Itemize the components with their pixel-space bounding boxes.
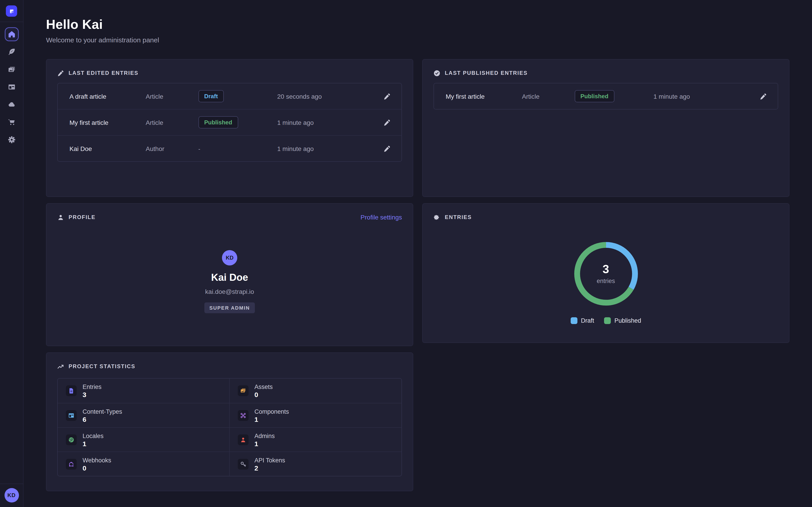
panel-title: LAST EDITED ENTRIES xyxy=(68,70,139,76)
sidebar: KD xyxy=(0,0,23,507)
sidebar-item-marketplace[interactable] xyxy=(5,115,18,129)
entry-time: 20 seconds ago xyxy=(277,93,377,100)
donut-total: 3 xyxy=(603,263,609,275)
stat-assets: Assets 0 xyxy=(230,379,402,403)
entry-type: Article xyxy=(522,93,574,100)
entry-type: Article xyxy=(146,119,198,126)
person-icon xyxy=(238,434,249,445)
profile-role-badge: SUPER ADMIN xyxy=(204,302,255,313)
stat-entries: Entries 3 xyxy=(58,379,230,403)
dashboard-grid: LAST EDITED ENTRIES A draft article Arti… xyxy=(46,59,790,491)
file-icon xyxy=(66,385,77,396)
stat-value: 0 xyxy=(254,391,273,398)
status-badge: Published xyxy=(574,90,614,102)
settings-gear-icon xyxy=(7,136,15,144)
trending-up-icon xyxy=(57,363,64,370)
puzzle-icon xyxy=(434,214,440,221)
content-manager-feather-icon xyxy=(7,48,15,56)
entry-time: 1 minute ago xyxy=(277,145,377,152)
edit-entry-button[interactable] xyxy=(382,117,393,128)
strapi-logo-icon xyxy=(8,8,15,14)
strapi-logo[interactable] xyxy=(6,5,17,17)
stat-value: 1 xyxy=(254,416,289,422)
stat-api-tokens: API Tokens 2 xyxy=(230,452,402,476)
stat-value: 6 xyxy=(83,416,122,422)
stat-value: 1 xyxy=(254,440,275,447)
chart-legend: Draft Published xyxy=(570,317,641,324)
stat-label: Components xyxy=(254,408,289,415)
edit-entry-button[interactable] xyxy=(758,91,769,102)
content-type-builder-icon xyxy=(7,83,15,91)
stat-value: 3 xyxy=(83,391,101,398)
entry-name: My first article xyxy=(69,119,146,126)
entries-donut-chart: 3 entries Draft Published xyxy=(434,221,778,324)
entry-time: 1 minute ago xyxy=(653,93,753,100)
stat-label: Entries xyxy=(83,384,101,390)
pencil-icon xyxy=(384,119,391,126)
panel-last-published-entries: LAST PUBLISHED ENTRIES My first article … xyxy=(422,59,790,197)
stat-webhooks: Webhooks 0 xyxy=(58,452,230,476)
sidebar-footer: KD xyxy=(0,484,23,507)
panel-header: LAST EDITED ENTRIES xyxy=(57,69,402,77)
sidebar-item-settings[interactable] xyxy=(5,133,18,147)
profile-settings-link[interactable]: Profile settings xyxy=(360,214,402,221)
panel-header: PROJECT STATISTICS xyxy=(57,362,402,371)
stat-label: Assets xyxy=(254,384,273,390)
images-icon xyxy=(238,385,249,396)
home-icon xyxy=(7,30,15,38)
stat-components: Components 1 xyxy=(230,403,402,427)
panel-last-edited-entries: LAST EDITED ENTRIES A draft article Arti… xyxy=(46,59,413,197)
sidebar-item-media-library[interactable] xyxy=(5,63,18,76)
profile-name: Kai Doe xyxy=(211,272,248,283)
status-badge: Draft xyxy=(198,90,224,102)
components-icon xyxy=(238,410,249,421)
app-root: KD Hello Kai Welcome to your administrat… xyxy=(0,0,812,507)
logo-zone xyxy=(0,0,23,22)
user-icon xyxy=(57,214,64,221)
edit-entry-button[interactable] xyxy=(382,143,393,154)
legend-label: Draft xyxy=(581,317,594,324)
sidebar-item-cloud[interactable] xyxy=(5,98,18,111)
page-title: Hello Kai xyxy=(46,17,790,32)
donut-center: 3 entries xyxy=(573,241,639,306)
sidebar-item-content-manager[interactable] xyxy=(5,45,18,59)
entry-time: 1 minute ago xyxy=(277,119,377,126)
table-row[interactable]: My first article Article Published 1 min… xyxy=(58,109,402,135)
table-row[interactable]: A draft article Article Draft 20 seconds… xyxy=(58,83,402,109)
table-row[interactable]: Kai Doe Author - 1 minute ago xyxy=(58,135,402,161)
table-row[interactable]: My first article Article Published 1 min… xyxy=(434,83,778,109)
stat-label: Content-Types xyxy=(83,408,122,415)
legend-label: Published xyxy=(614,317,641,324)
stat-admins: Admins 1 xyxy=(230,427,402,452)
panel-title: LAST PUBLISHED ENTRIES xyxy=(445,70,527,76)
layout-icon xyxy=(66,410,77,421)
panel-header: PROFILE Profile settings xyxy=(57,213,402,221)
marketplace-cart-icon xyxy=(7,118,15,126)
legend-chip-draft xyxy=(570,317,577,324)
entry-type: Article xyxy=(146,93,198,100)
profile-body: KD Kai Doe kai.doe@strapi.io SUPER ADMIN xyxy=(57,221,402,313)
pencil-icon xyxy=(760,93,767,100)
pencil-icon xyxy=(384,145,391,152)
panel-header: ENTRIES xyxy=(434,213,778,221)
stat-label: Webhooks xyxy=(83,457,111,463)
sidebar-item-home[interactable] xyxy=(5,27,18,41)
panel-header: LAST PUBLISHED ENTRIES xyxy=(434,69,778,77)
stat-label: API Tokens xyxy=(254,457,285,463)
key-icon xyxy=(238,459,249,469)
stat-value: 0 xyxy=(83,464,111,471)
donut-total-label: entries xyxy=(597,278,615,284)
stat-content-types: Content-Types 6 xyxy=(58,403,230,427)
media-library-icon xyxy=(7,65,15,73)
panel-title: PROFILE xyxy=(68,214,95,220)
user-avatar[interactable]: KD xyxy=(4,488,19,503)
stat-label: Locales xyxy=(83,433,104,439)
sidebar-item-content-type-builder[interactable] xyxy=(5,80,18,94)
last-edited-table: A draft article Article Draft 20 seconds… xyxy=(57,83,402,162)
status-badge: - xyxy=(198,145,200,152)
profile-avatar: KD xyxy=(222,250,237,266)
cloud-icon xyxy=(7,101,15,109)
entry-name: A draft article xyxy=(69,93,146,100)
main-content: Hello Kai Welcome to your administration… xyxy=(23,0,812,507)
edit-entry-button[interactable] xyxy=(382,91,393,102)
